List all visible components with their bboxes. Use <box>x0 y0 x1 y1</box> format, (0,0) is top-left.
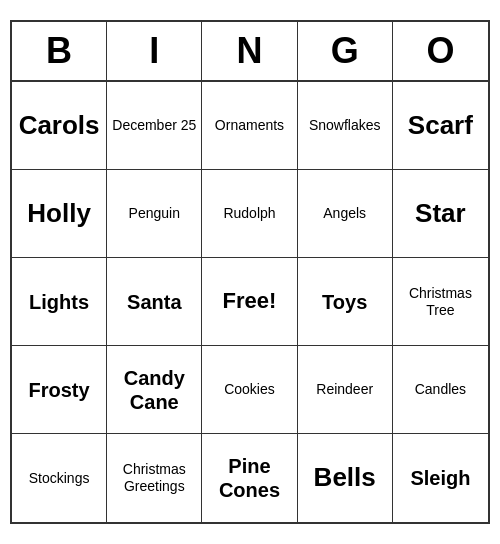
bingo-cell: Snowflakes <box>298 82 393 170</box>
bingo-cell: Stockings <box>12 434 107 522</box>
bingo-cell: Christmas Tree <box>393 258 488 346</box>
header-letter: B <box>12 22 107 80</box>
bingo-cell: Toys <box>298 258 393 346</box>
bingo-cell: Sleigh <box>393 434 488 522</box>
bingo-cell: Frosty <box>12 346 107 434</box>
bingo-cell: December 25 <box>107 82 202 170</box>
bingo-cell: Holly <box>12 170 107 258</box>
bingo-cell: Reindeer <box>298 346 393 434</box>
bingo-cell: Santa <box>107 258 202 346</box>
bingo-cell: Free! <box>202 258 297 346</box>
bingo-header: BINGO <box>12 22 488 82</box>
bingo-cell: Candy Cane <box>107 346 202 434</box>
bingo-cell: Penguin <box>107 170 202 258</box>
bingo-cell: Angels <box>298 170 393 258</box>
bingo-cell: Christmas Greetings <box>107 434 202 522</box>
header-letter: I <box>107 22 202 80</box>
bingo-cell: Bells <box>298 434 393 522</box>
bingo-cell: Lights <box>12 258 107 346</box>
bingo-cell: Carols <box>12 82 107 170</box>
header-letter: N <box>202 22 297 80</box>
bingo-cell: Scarf <box>393 82 488 170</box>
header-letter: G <box>298 22 393 80</box>
bingo-cell: Cookies <box>202 346 297 434</box>
bingo-cell: Ornaments <box>202 82 297 170</box>
header-letter: O <box>393 22 488 80</box>
bingo-cell: Pine Cones <box>202 434 297 522</box>
bingo-cell: Star <box>393 170 488 258</box>
bingo-cell: Rudolph <box>202 170 297 258</box>
bingo-cell: Candles <box>393 346 488 434</box>
bingo-card: BINGO CarolsDecember 25OrnamentsSnowflak… <box>10 20 490 524</box>
bingo-grid: CarolsDecember 25OrnamentsSnowflakesScar… <box>12 82 488 522</box>
